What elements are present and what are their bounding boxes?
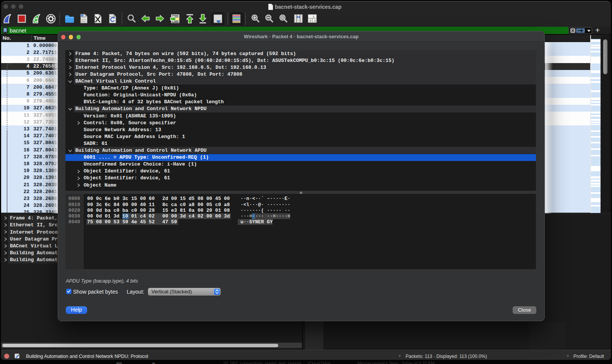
svg-text:0111: 0111 — [81, 21, 86, 23]
svg-text:1: 1 — [313, 15, 315, 18]
svg-text:3: 3 — [314, 20, 316, 23]
svg-text:2: 2 — [310, 20, 312, 23]
